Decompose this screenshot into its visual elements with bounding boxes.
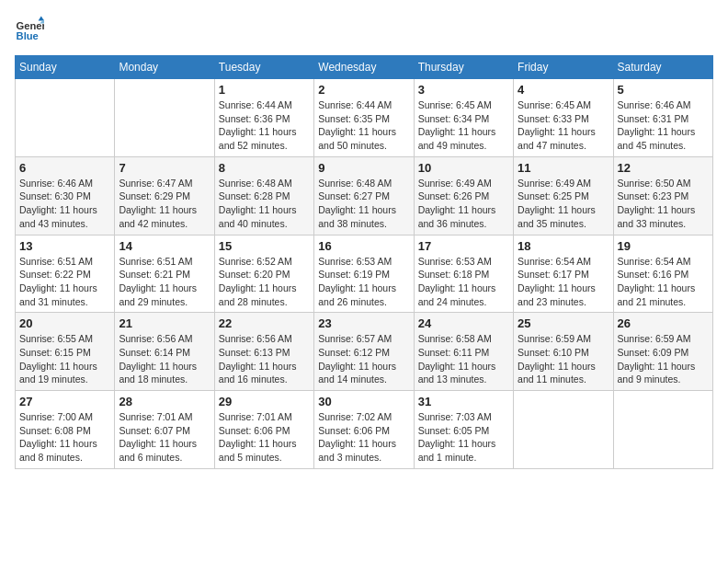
calendar-cell: 1Sunrise: 6:44 AM Sunset: 6:36 PM Daylig… [214,79,313,157]
day-number: 19 [618,239,709,253]
svg-marker-2 [39,17,44,21]
day-number: 22 [219,316,310,330]
day-info: Sunrise: 6:46 AM Sunset: 6:30 PM Dayligh… [19,177,110,231]
calendar-cell [16,79,115,157]
calendar-cell: 25Sunrise: 6:59 AM Sunset: 6:10 PM Dayli… [514,313,613,391]
calendar-week-row: 1Sunrise: 6:44 AM Sunset: 6:36 PM Daylig… [16,79,713,157]
day-info: Sunrise: 6:44 AM Sunset: 6:35 PM Dayligh… [318,98,409,153]
day-number: 27 [19,395,110,408]
day-number: 1 [219,83,310,97]
day-number: 26 [618,316,709,330]
day-info: Sunrise: 7:01 AM Sunset: 6:07 PM Dayligh… [119,410,210,465]
day-number: 23 [318,316,409,330]
calendar-cell: 7Sunrise: 6:47 AM Sunset: 6:29 PM Daylig… [115,156,214,235]
weekday-header-row: SundayMondayTuesdayWednesdayThursdayFrid… [16,56,713,79]
day-number: 9 [318,161,409,175]
calendar-cell: 4Sunrise: 6:45 AM Sunset: 6:33 PM Daylig… [514,79,613,157]
day-number: 30 [318,395,409,408]
calendar-cell: 19Sunrise: 6:54 AM Sunset: 6:16 PM Dayli… [613,235,712,313]
day-number: 28 [119,395,210,408]
calendar-cell: 9Sunrise: 6:48 AM Sunset: 6:27 PM Daylig… [314,156,414,235]
day-info: Sunrise: 6:49 AM Sunset: 6:26 PM Dayligh… [418,177,509,231]
calendar-cell: 10Sunrise: 6:49 AM Sunset: 6:26 PM Dayli… [414,156,513,235]
calendar-cell: 26Sunrise: 6:59 AM Sunset: 6:09 PM Dayli… [613,313,712,391]
day-info: Sunrise: 6:51 AM Sunset: 6:21 PM Dayligh… [119,255,210,309]
calendar-week-row: 6Sunrise: 6:46 AM Sunset: 6:30 PM Daylig… [16,156,713,235]
day-number: 13 [19,239,110,253]
day-number: 6 [19,161,110,175]
day-info: Sunrise: 6:54 AM Sunset: 6:17 PM Dayligh… [518,255,609,309]
calendar-cell: 28Sunrise: 7:01 AM Sunset: 6:07 PM Dayli… [115,391,214,469]
calendar-cell: 18Sunrise: 6:54 AM Sunset: 6:17 PM Dayli… [514,235,613,313]
day-info: Sunrise: 6:59 AM Sunset: 6:09 PM Dayligh… [618,332,709,386]
page-header: General Blue [15,15,713,44]
day-number: 8 [219,161,310,175]
day-info: Sunrise: 6:44 AM Sunset: 6:36 PM Dayligh… [219,98,310,153]
calendar-cell: 2Sunrise: 6:44 AM Sunset: 6:35 PM Daylig… [314,79,414,157]
day-info: Sunrise: 6:49 AM Sunset: 6:25 PM Dayligh… [518,177,609,231]
day-info: Sunrise: 6:47 AM Sunset: 6:29 PM Dayligh… [119,177,210,231]
day-info: Sunrise: 6:48 AM Sunset: 6:28 PM Dayligh… [219,177,310,231]
day-number: 11 [518,161,609,175]
calendar-cell: 11Sunrise: 6:49 AM Sunset: 6:25 PM Dayli… [514,156,613,235]
day-info: Sunrise: 6:57 AM Sunset: 6:12 PM Dayligh… [318,332,409,386]
day-info: Sunrise: 6:50 AM Sunset: 6:23 PM Dayligh… [618,177,709,231]
day-number: 2 [318,83,409,97]
calendar-cell [613,391,712,469]
svg-text:Blue: Blue [17,30,39,41]
calendar-cell [514,391,613,469]
day-info: Sunrise: 7:00 AM Sunset: 6:08 PM Dayligh… [19,410,110,465]
day-info: Sunrise: 6:53 AM Sunset: 6:18 PM Dayligh… [418,255,509,309]
day-number: 4 [518,83,609,97]
calendar-cell: 6Sunrise: 6:46 AM Sunset: 6:30 PM Daylig… [16,156,115,235]
weekday-header: Thursday [414,56,513,79]
weekday-header: Friday [514,56,613,79]
day-number: 12 [618,161,709,175]
calendar-cell: 16Sunrise: 6:53 AM Sunset: 6:19 PM Dayli… [314,235,414,313]
day-number: 5 [618,83,709,97]
weekday-header: Sunday [16,56,115,79]
day-number: 29 [219,395,310,408]
day-info: Sunrise: 6:51 AM Sunset: 6:22 PM Dayligh… [19,255,110,309]
calendar-table: SundayMondayTuesdayWednesdayThursdayFrid… [15,55,713,469]
weekday-header: Saturday [613,56,712,79]
calendar-cell: 20Sunrise: 6:55 AM Sunset: 6:15 PM Dayli… [16,313,115,391]
calendar-cell: 22Sunrise: 6:56 AM Sunset: 6:13 PM Dayli… [214,313,313,391]
day-info: Sunrise: 7:01 AM Sunset: 6:06 PM Dayligh… [219,410,310,465]
weekday-header: Wednesday [314,56,414,79]
calendar-cell: 15Sunrise: 6:52 AM Sunset: 6:20 PM Dayli… [214,235,313,313]
calendar-week-row: 20Sunrise: 6:55 AM Sunset: 6:15 PM Dayli… [16,313,713,391]
day-info: Sunrise: 6:59 AM Sunset: 6:10 PM Dayligh… [518,332,609,386]
svg-text:General: General [17,20,44,31]
day-info: Sunrise: 6:55 AM Sunset: 6:15 PM Dayligh… [19,332,110,386]
day-number: 14 [119,239,210,253]
calendar-cell: 24Sunrise: 6:58 AM Sunset: 6:11 PM Dayli… [414,313,513,391]
day-info: Sunrise: 6:48 AM Sunset: 6:27 PM Dayligh… [318,177,409,231]
weekday-header: Monday [115,56,214,79]
calendar-cell: 12Sunrise: 6:50 AM Sunset: 6:23 PM Dayli… [613,156,712,235]
day-number: 20 [19,316,110,330]
calendar-cell: 3Sunrise: 6:45 AM Sunset: 6:34 PM Daylig… [414,79,513,157]
day-number: 15 [219,239,310,253]
calendar-cell: 30Sunrise: 7:02 AM Sunset: 6:06 PM Dayli… [314,391,414,469]
day-number: 21 [119,316,210,330]
calendar-week-row: 13Sunrise: 6:51 AM Sunset: 6:22 PM Dayli… [16,235,713,313]
day-info: Sunrise: 6:58 AM Sunset: 6:11 PM Dayligh… [418,332,509,386]
calendar-cell [115,79,214,157]
calendar-cell: 5Sunrise: 6:46 AM Sunset: 6:31 PM Daylig… [613,79,712,157]
calendar-cell: 29Sunrise: 7:01 AM Sunset: 6:06 PM Dayli… [214,391,313,469]
calendar-cell: 23Sunrise: 6:57 AM Sunset: 6:12 PM Dayli… [314,313,414,391]
logo-icon: General Blue [15,15,44,44]
day-info: Sunrise: 6:45 AM Sunset: 6:33 PM Dayligh… [518,98,609,153]
day-number: 31 [418,395,509,408]
calendar-cell: 17Sunrise: 6:53 AM Sunset: 6:18 PM Dayli… [414,235,513,313]
calendar-cell: 14Sunrise: 6:51 AM Sunset: 6:21 PM Dayli… [115,235,214,313]
calendar-cell: 13Sunrise: 6:51 AM Sunset: 6:22 PM Dayli… [16,235,115,313]
calendar-cell: 31Sunrise: 7:03 AM Sunset: 6:05 PM Dayli… [414,391,513,469]
day-info: Sunrise: 6:52 AM Sunset: 6:20 PM Dayligh… [219,255,310,309]
day-info: Sunrise: 6:46 AM Sunset: 6:31 PM Dayligh… [618,98,709,153]
day-number: 17 [418,239,509,253]
day-info: Sunrise: 6:45 AM Sunset: 6:34 PM Dayligh… [418,98,509,153]
calendar-week-row: 27Sunrise: 7:00 AM Sunset: 6:08 PM Dayli… [16,391,713,469]
day-info: Sunrise: 6:56 AM Sunset: 6:14 PM Dayligh… [119,332,210,386]
